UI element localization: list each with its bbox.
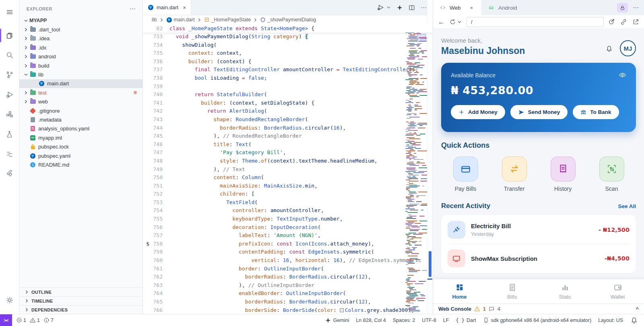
file-tree-item--metadata[interactable]: .metadata — [19, 115, 142, 124]
code-line-740[interactable]: 740 return StatefulBuilder( — [143, 91, 427, 99]
add-money-button[interactable]: Add Money — [451, 105, 505, 119]
quick-action-history[interactable]: History — [539, 157, 587, 192]
status-item-sdk-gphone64-x86-64-andr[interactable]: sdk gphone64 x86 64 (android-x64 emulato… — [483, 317, 591, 323]
problems-indicator[interactable]: 1 1 7 — [12, 317, 56, 323]
settings-gear-icon[interactable] — [0, 291, 19, 309]
code-line-756[interactable]: 756 decoration: InputDecoration( — [143, 223, 427, 232]
link-icon[interactable] — [620, 19, 627, 25]
explorer-icon[interactable] — [0, 27, 19, 44]
close-icon[interactable]: × — [470, 5, 473, 11]
code-line-736[interactable]: 736 builder: (context) { — [143, 58, 427, 66]
sticky-scroll-line[interactable]: 82 class _HomePageState extends State<Ho… — [143, 24, 433, 33]
menu-icon[interactable] — [0, 3, 19, 21]
extensions-icon[interactable] — [0, 105, 19, 123]
tab-main-dart[interactable]: main.dart × — [143, 0, 191, 15]
send-money-button[interactable]: Send Money — [510, 105, 568, 119]
file-tree-item-build[interactable]: build — [19, 61, 142, 70]
section-dependencies[interactable]: DEPENDENCIES — [19, 305, 142, 314]
card-icon[interactable] — [453, 157, 478, 182]
split-editor-icon[interactable] — [408, 4, 415, 11]
source-control-icon[interactable] — [0, 66, 19, 84]
code-line-737[interactable]: 737 final TextEditingController amountCo… — [143, 66, 427, 74]
preview-more-icon[interactable]: ⋯ — [633, 4, 639, 11]
code-line-738[interactable]: 738 bool isLoading = false; — [143, 74, 427, 83]
file-tree-item-web[interactable]: web — [19, 97, 142, 106]
close-icon[interactable]: × — [183, 4, 186, 11]
status-item-utf-8[interactable]: UTF-8 — [422, 318, 436, 323]
file-tree-item--idea[interactable]: .idea — [19, 34, 142, 43]
back-icon[interactable]: ← — [438, 18, 445, 26]
breadcrumb-item[interactable]: _HomePageState — [204, 17, 251, 23]
minimap[interactable] — [405, 24, 427, 314]
status-item-layout-us[interactable]: Layout: US — [598, 318, 623, 323]
code-line-735[interactable]: 735 context: context, — [143, 49, 427, 58]
code-line-733[interactable]: 733 void _showPaymentDialog(String categ… — [143, 33, 427, 41]
code-line-763[interactable]: 763 ), // OutlineInputBorder — [143, 281, 427, 290]
editor-more-icon[interactable]: ⋯ — [421, 4, 427, 11]
nav-stats[interactable]: Stats — [539, 279, 591, 303]
code-line-752[interactable]: 752 children: [ — [143, 190, 427, 198]
activity-row-showmax-subscription[interactable]: ShowMax Subscription-₦4,500 — [448, 244, 630, 272]
breadcrumb-item[interactable]: lib — [152, 17, 157, 23]
code-line-743[interactable]: 743 shape: RoundedRectangleBorder( — [143, 116, 427, 124]
tab-android[interactable]: Android — [481, 0, 530, 15]
tab-web[interactable]: Web × — [433, 0, 481, 15]
code-line-755[interactable]: 755 keyboardType: TextInputType.number, — [143, 215, 427, 223]
code-line-747[interactable]: 747 'Pay $category Bill', — [143, 149, 427, 157]
swap-icon[interactable] — [502, 157, 527, 182]
code-line-742[interactable]: 742 return AlertDialog( — [143, 107, 427, 116]
remote-indicator[interactable]: >< — [0, 314, 12, 326]
file-tree-item-pubspec-yaml[interactable]: pubspec.yaml — [19, 151, 142, 160]
status-item-spaces-2[interactable]: Spaces: 2 — [393, 318, 415, 323]
status-item-lf[interactable]: LF — [443, 318, 449, 323]
lock-icon[interactable] — [617, 3, 628, 12]
file-tree-item-readme-md[interactable]: iREADME.md — [19, 160, 142, 169]
run-options-chevron-icon[interactable] — [386, 5, 391, 10]
file-tree-item-analysis-options-yaml[interactable]: analysis_options.yaml — [19, 124, 142, 133]
status-item-dart[interactable]: { }Dart — [456, 318, 476, 323]
file-tree-item--idx[interactable]: .idx — [19, 43, 142, 52]
code-line-744[interactable]: 744 borderRadius: BorderRadius.circular(… — [143, 124, 427, 132]
qr-icon[interactable] — [599, 157, 624, 182]
status-item-gemini[interactable]: Gemini — [325, 317, 349, 324]
eye-icon[interactable] — [619, 71, 626, 79]
run-debug-icon[interactable] — [0, 86, 19, 103]
code-line-751[interactable]: 751 mainAxisSize: MainAxisSize.min, — [143, 182, 427, 190]
code-line-759[interactable]: 759 contentPadding: const EdgeInsets.sym… — [143, 248, 427, 256]
file-tree-item-pubspec-lock[interactable]: pubspec.lock — [19, 142, 142, 151]
status-item-bell[interactable] — [630, 316, 638, 324]
quick-action-scan[interactable]: Scan — [587, 157, 636, 192]
nav-home[interactable]: Home — [433, 279, 486, 303]
breadcrumb-item[interactable]: _showPaymentDialog — [260, 17, 316, 23]
to-bank-button[interactable]: To Bank — [573, 105, 619, 119]
reload-icon[interactable] — [449, 19, 462, 25]
code-line-741[interactable]: 741 builder: (context, setDialogState) { — [143, 99, 427, 107]
code-line-765[interactable]: 765 borderRadius: BorderRadius.circular(… — [143, 298, 427, 306]
notification-bell-icon[interactable] — [605, 44, 613, 53]
project-root[interactable]: MYAPP — [19, 16, 142, 25]
output-icon[interactable] — [0, 145, 19, 163]
url-input[interactable]: / — [466, 17, 604, 27]
code-line-745[interactable]: 745 ), // RoundedRectangleBorder — [143, 132, 427, 140]
code-line-760[interactable]: 760 vertical: 16, horizontal: 16), // Ed… — [143, 256, 427, 265]
code-area[interactable]: 733 void _showPaymentDialog(String categ… — [143, 33, 427, 314]
overview-ruler[interactable] — [427, 0, 433, 314]
nav-bills[interactable]: Bills — [486, 279, 539, 303]
receipt-icon[interactable] — [551, 157, 576, 182]
flutter-icon[interactable] — [0, 165, 19, 182]
file-tree-item-android[interactable]: android — [19, 52, 142, 61]
see-all-link[interactable]: See All — [618, 203, 636, 209]
file-tree-item-main-dart[interactable]: main.dart — [19, 79, 142, 88]
code-line-758[interactable]: $758 prefixIcon: const Icon(Icons.attach… — [143, 240, 427, 248]
file-tree-item--dart-tool[interactable]: .dart_tool — [19, 25, 142, 34]
web-console-bar[interactable]: Web Console 1 4 ^ — [433, 303, 644, 314]
code-line-749[interactable]: 749 ), // Text — [143, 165, 427, 174]
code-line-748[interactable]: 748 style: Theme.of(context).textTheme.h… — [143, 157, 427, 165]
code-line-746[interactable]: 746 title: Text( — [143, 140, 427, 149]
quick-action-transfer[interactable]: Transfer — [490, 157, 539, 192]
file-tree-item-lib[interactable]: lib — [19, 70, 142, 79]
nav-wallet[interactable]: Wallet — [591, 279, 644, 303]
code-line-754[interactable]: 754 controller: amountController, — [143, 206, 427, 215]
activity-row-electricity-bill[interactable]: Electricity BillYesterday- ₦12,500 — [448, 216, 630, 244]
console-collapse-icon[interactable]: ^ — [636, 306, 639, 312]
